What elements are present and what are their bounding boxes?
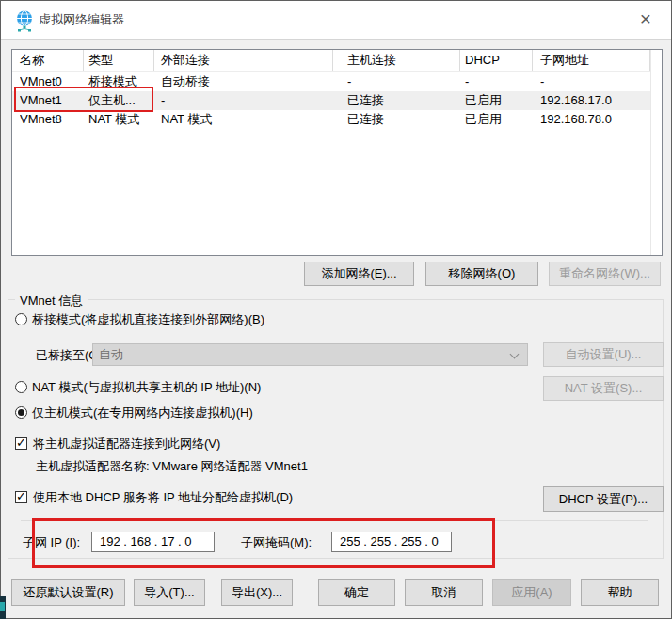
import-button[interactable]: 导入(T)...: [134, 579, 205, 606]
cell-dhcp: 已启用: [465, 91, 531, 110]
remove-network-button[interactable]: 移除网络(O): [425, 262, 538, 286]
hostonly-mode-label: 仅主机模式(在专用网络内连接虚拟机)(H): [32, 405, 253, 421]
globe-network-icon: [15, 9, 36, 32]
cell-external: 自动桥接: [161, 72, 330, 91]
vmnet-info-label: VMnet 信息: [15, 293, 88, 310]
help-button[interactable]: 帮助: [581, 579, 659, 606]
bridged-mode-radio[interactable]: [15, 313, 27, 325]
hostonly-mode-radio[interactable]: [15, 406, 27, 419]
col-header-subnet[interactable]: 子网地址: [533, 50, 650, 71]
dhcp-settings-button[interactable]: DHCP 设置(P)...: [543, 486, 664, 512]
col-header-host[interactable]: 主机连接: [333, 50, 460, 71]
nat-mode-radio[interactable]: [15, 381, 27, 393]
cell-name: VMnet8: [20, 110, 82, 129]
cell-type: NAT 模式: [88, 110, 152, 129]
cell-dhcp: 已启用: [465, 110, 531, 129]
subnet-ip-label: 子网 IP (I):: [23, 535, 80, 550]
use-local-dhcp-label: 使用本地 DHCP 服务将 IP 地址分配给虚拟机(D): [33, 490, 293, 505]
col-header-type[interactable]: 类型: [84, 50, 154, 71]
bridged-mode-label: 桥接模式(将虚拟机直接连接到外部网络)(B): [32, 312, 264, 327]
cell-name: VMnet0: [20, 72, 82, 91]
table-row-vmnet1-selected[interactable]: VMnet1 仅主机... - 已连接 已启用 192.168.17.0: [12, 91, 650, 110]
col-header-dhcp[interactable]: DHCP: [460, 50, 533, 71]
check-icon: ✓: [16, 489, 26, 503]
cell-type: 仅主机...: [88, 91, 152, 110]
cell-external: NAT 模式: [161, 110, 330, 129]
export-button[interactable]: 导出(X)...: [221, 579, 293, 606]
cell-subnet: -: [540, 72, 648, 91]
bridged-to-dropdown: 自动: [92, 343, 528, 366]
chevron-down-icon: [511, 351, 519, 358]
list-scroll-divider: [650, 50, 651, 255]
ok-button[interactable]: 确定: [318, 579, 395, 606]
window-title: 虚拟网络编辑器: [39, 1, 124, 39]
add-network-button[interactable]: 添加网络(E)...: [304, 262, 414, 286]
cell-host: 已连接: [347, 91, 458, 110]
apply-button: 应用(A): [492, 579, 571, 606]
subnet-ip-input[interactable]: 192 . 168 . 17 . 0: [91, 532, 215, 552]
subnet-mask-label: 子网掩码(M):: [241, 535, 312, 550]
network-list: 名称 类型 外部连接 主机连接 DHCP 子网地址 VMnet0 桥接模式 自动…: [11, 49, 663, 256]
rename-network-button: 重命名网络(W)...: [549, 262, 661, 286]
auto-settings-button: 自动设置(U)...: [543, 342, 664, 367]
cell-type: 桥接模式: [88, 72, 152, 91]
group-separator: [21, 520, 648, 521]
cell-host: -: [347, 72, 458, 91]
title-bar: 虚拟网络编辑器 ×: [1, 1, 671, 40]
adapter-name-text: 主机虚拟适配器名称: VMware 网络适配器 VMnet1: [36, 459, 308, 474]
background-window-sliver: [0, 596, 6, 619]
table-row-vmnet0[interactable]: VMnet0 桥接模式 自动桥接 - - -: [12, 72, 650, 91]
bridged-to-value: 自动: [99, 347, 123, 361]
cancel-button[interactable]: 取消: [405, 579, 483, 606]
cell-subnet: 192.168.78.0: [540, 110, 648, 129]
cell-host: 已连接: [347, 110, 458, 129]
close-icon[interactable]: ×: [630, 1, 662, 39]
subnet-mask-input[interactable]: 255 . 255 . 255 . 0: [331, 532, 452, 552]
connect-adapter-label: 将主机虚拟适配器连接到此网络(V): [33, 436, 220, 452]
network-list-header: 名称 类型 外部连接 主机连接 DHCP 子网地址: [12, 50, 650, 72]
cell-subnet: 192.168.17.0: [540, 91, 648, 110]
connect-adapter-checkbox[interactable]: ✓: [15, 437, 27, 450]
col-header-external[interactable]: 外部连接: [154, 50, 333, 71]
table-row-vmnet8[interactable]: VMnet8 NAT 模式 NAT 模式 已连接 已启用 192.168.78.…: [12, 110, 650, 129]
cell-name: VMnet1: [20, 91, 82, 110]
nat-mode-label: NAT 模式(与虚拟机共享主机的 IP 地址)(N): [32, 380, 261, 395]
restore-defaults-button[interactable]: 还原默认设置(R): [11, 579, 125, 606]
cell-external: -: [161, 91, 330, 110]
check-icon: ✓: [16, 436, 26, 450]
virtual-network-editor-dialog: 虚拟网络编辑器 × 名称 类型 外部连接 主机连接 DHCP 子网地址 VMne…: [0, 0, 672, 619]
use-local-dhcp-checkbox[interactable]: ✓: [15, 491, 27, 503]
nat-settings-button: NAT 设置(S)...: [543, 376, 664, 401]
col-header-name[interactable]: 名称: [12, 50, 84, 71]
cell-dhcp: -: [465, 72, 531, 91]
